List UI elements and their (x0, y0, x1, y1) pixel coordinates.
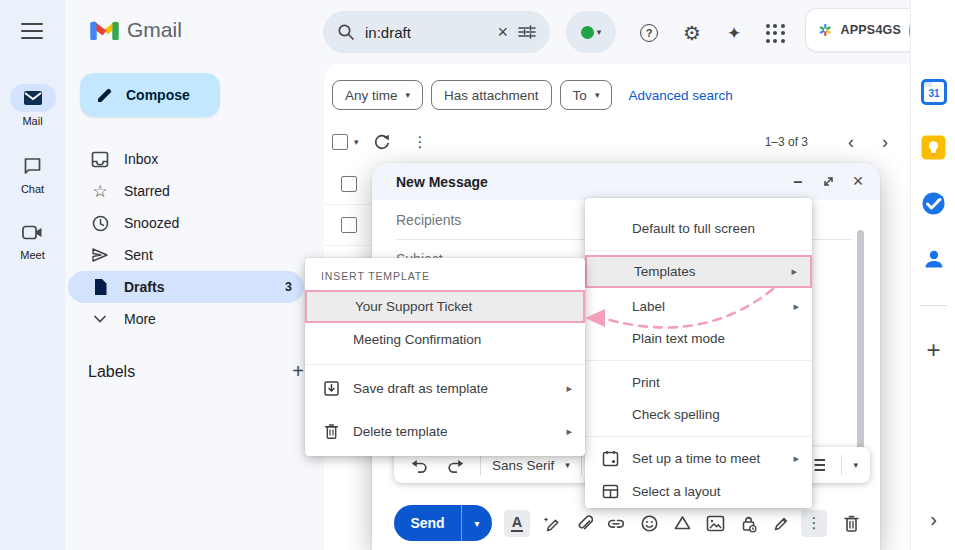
layout-icon (600, 483, 620, 500)
menu-item-check-spelling[interactable]: Check spelling (585, 398, 812, 430)
search-input[interactable]: in:draft (365, 24, 487, 41)
menu-divider (585, 436, 812, 437)
rail-label-meet: Meet (0, 249, 65, 261)
filter-chip-any-time[interactable]: Any time▾ (332, 80, 423, 110)
search-bar[interactable]: in:draft × (323, 11, 550, 53)
search-icon[interactable] (337, 23, 355, 41)
sidebar-item-sent[interactable]: Sent (68, 239, 304, 271)
minimize-icon[interactable]: – (790, 174, 806, 190)
compose-pencil-icon (96, 86, 114, 104)
chevron-down-icon (90, 315, 110, 323)
menu-item-print[interactable]: Print (585, 366, 812, 398)
template-item-save-draft-as-template[interactable]: Save draft as template ▸ (305, 368, 585, 408)
menu-item-templates[interactable]: Templates ▸ (585, 255, 812, 288)
font-dropdown-icon[interactable]: ▾ (565, 460, 570, 470)
left-rail: Mail Chat Meet (0, 0, 65, 550)
insert-photo-icon[interactable] (702, 510, 728, 537)
menu-item-plain-text-mode[interactable]: Plain text mode (585, 322, 812, 354)
menu-item-set-up-time-to-meet[interactable]: Set up a time to meet ▸ (585, 442, 812, 474)
confidential-mode-icon[interactable] (735, 510, 761, 537)
get-addons-plus-icon[interactable]: + (911, 336, 955, 364)
sidebar-item-snoozed[interactable]: Snoozed (68, 207, 304, 239)
row-checkbox[interactable] (341, 176, 357, 192)
settings-gear-icon[interactable]: ⚙ (679, 20, 705, 46)
insert-link-icon[interactable] (603, 510, 629, 537)
sidebar-item-starred[interactable]: ☆ Starred (68, 175, 304, 207)
template-item-your-support-ticket[interactable]: Your Support Ticket (305, 290, 585, 323)
compose-header[interactable]: New Message – × (372, 163, 880, 200)
star-icon: ☆ (90, 183, 110, 200)
clear-search-icon[interactable]: × (497, 22, 508, 43)
rail-label-mail: Mail (0, 115, 65, 127)
compose-more-menu: Default to full screen Templates ▸ Label… (585, 198, 812, 508)
newer-page-icon[interactable]: ‹ (834, 132, 868, 153)
sidebar-item-drafts[interactable]: Drafts 3 (68, 271, 304, 303)
contacts-icon[interactable] (911, 247, 955, 271)
menu-divider (585, 360, 812, 361)
chevron-down-icon: ▾ (406, 90, 411, 100)
svg-text:31: 31 (928, 88, 940, 99)
sidebar-label: Drafts (124, 279, 164, 295)
google-apps-grid-icon[interactable] (762, 20, 788, 46)
tasks-icon[interactable] (911, 191, 955, 216)
more-send-options-icon[interactable]: ⋮ (801, 510, 827, 537)
menu-divider (305, 364, 585, 365)
select-all-checkbox[interactable] (332, 134, 348, 150)
filter-chip-to[interactable]: To▾ (560, 80, 613, 110)
close-icon[interactable]: × (850, 174, 866, 190)
main-menu-icon[interactable] (21, 21, 43, 41)
rail-item-mail[interactable]: Mail (0, 84, 65, 127)
older-page-icon[interactable]: › (868, 132, 902, 153)
search-options-icon[interactable] (518, 24, 536, 40)
help-me-write-icon[interactable] (537, 510, 563, 537)
advanced-search-link[interactable]: Advanced search (628, 88, 732, 103)
gmail-logo[interactable]: Gmail (90, 18, 182, 42)
discard-draft-trash-icon[interactable] (838, 510, 864, 537)
submenu-arrow-icon: ▸ (566, 382, 572, 395)
sidebar-item-more[interactable]: More (68, 303, 304, 335)
draft-file-icon (90, 278, 110, 296)
workspace-pinwheel-icon (818, 20, 833, 40)
compose-scrollbar[interactable] (857, 230, 864, 452)
menu-item-select-a-layout[interactable]: Select a layout (585, 475, 812, 507)
keep-icon[interactable] (911, 135, 955, 160)
insert-template-menu: INSERT TEMPLATE Your Support Ticket Meet… (305, 258, 585, 456)
insert-emoji-icon[interactable] (636, 510, 662, 537)
rail-item-chat[interactable]: Chat (0, 152, 65, 195)
menu-item-label[interactable]: Label ▸ (585, 290, 812, 322)
save-template-icon (321, 380, 341, 397)
menu-divider (585, 250, 812, 251)
insert-signature-icon[interactable] (768, 510, 794, 537)
drafts-count-badge: 3 (285, 280, 292, 294)
help-icon[interactable]: ? (636, 20, 662, 46)
attach-file-icon[interactable] (570, 510, 596, 537)
open-full-screen-icon[interactable] (820, 174, 836, 190)
create-label-plus-icon[interactable]: + (292, 360, 304, 383)
filter-chip-has-attachment[interactable]: Has attachment (431, 80, 552, 110)
template-item-meeting-confirmation[interactable]: Meeting Confirmation (305, 323, 585, 356)
more-options-icon[interactable]: ⋮ (413, 133, 428, 151)
labels-section: Labels + (88, 360, 304, 383)
more-formatting-icon[interactable]: ▾ (853, 460, 858, 470)
show-side-panel-icon[interactable]: › (911, 508, 955, 531)
pagination-label: 1–3 of 3 (765, 135, 808, 149)
send-button[interactable]: Send ▾ (394, 505, 492, 541)
menu-item-default-full-screen[interactable]: Default to full screen (585, 212, 812, 244)
status-selector[interactable]: ▾ (566, 11, 616, 53)
calendar-icon[interactable]: 31 (911, 79, 955, 105)
side-panel: 31 + › (910, 0, 955, 550)
rail-item-meet[interactable]: Meet (0, 218, 65, 261)
meet-calendar-icon (600, 450, 620, 467)
row-checkbox[interactable] (341, 217, 357, 233)
send-options-icon[interactable]: ▾ (462, 518, 492, 529)
font-selector[interactable]: Sans Serif (492, 458, 554, 473)
compose-button[interactable]: Compose (80, 73, 220, 117)
template-item-delete-template[interactable]: Delete template ▸ (305, 411, 585, 451)
formatting-options-icon[interactable]: A (504, 510, 530, 537)
gmail-app: Mail Chat Meet Gmail in (0, 0, 955, 550)
gemini-sparkle-icon[interactable]: ✦ (721, 20, 747, 46)
select-dropdown-icon[interactable]: ▾ (354, 137, 359, 147)
insert-from-drive-icon[interactable] (669, 510, 695, 537)
refresh-icon[interactable] (373, 133, 391, 151)
sidebar-item-inbox[interactable]: Inbox (68, 143, 304, 175)
